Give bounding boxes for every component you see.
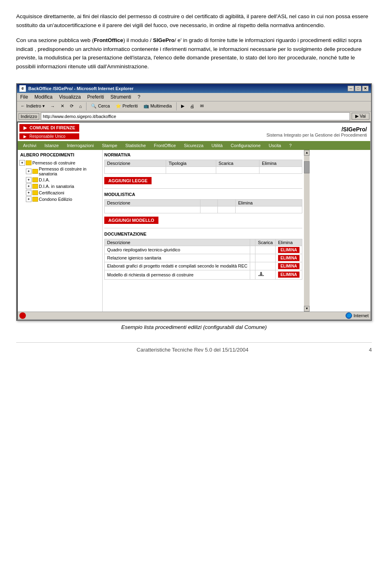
close-button[interactable]: ✕ <box>362 86 369 91</box>
mail-button[interactable]: ✉ <box>198 103 206 110</box>
sigepro-label: SIGePro <box>153 37 174 43</box>
menu-preferiti[interactable]: Preferiti <box>86 94 105 100</box>
tree-label-dia-sanatoria: D.I.A. in sanatoria <box>39 184 74 189</box>
back-button[interactable]: ← Indietro ▾ <box>19 103 47 110</box>
stop-button[interactable]: ✕ <box>59 103 66 110</box>
folder-icon-certificazioni <box>32 190 38 195</box>
tree-label-permesso: Permesso di costruire <box>32 160 75 165</box>
minimize-button[interactable]: ─ <box>348 86 354 91</box>
go-button[interactable]: ▶ Vai <box>352 113 369 120</box>
col-tipologia: Tipologia <box>166 160 216 166</box>
multimedia-button[interactable]: 📺 Multimedia <box>141 103 174 110</box>
print-button[interactable]: 🖨 <box>188 103 196 110</box>
page-number: 4 <box>369 347 372 353</box>
doc-row-2: Relazione igienico sanitaria ELIMINA <box>105 254 302 262</box>
menu-modifica[interactable]: Modifica <box>33 94 54 100</box>
tree-item-certificazioni[interactable]: + Certificazioni <box>26 190 101 196</box>
elimina-btn-3[interactable]: ELIMINA <box>278 263 299 269</box>
col-scarica-doc: Scarica <box>255 239 276 246</box>
forward-button[interactable]: → <box>48 103 57 110</box>
maximize-button[interactable]: □ <box>355 86 361 91</box>
tree-label-condono: Condono Edilizio <box>39 197 72 202</box>
scroll-up[interactable]: ▲ <box>304 150 310 156</box>
media-button[interactable]: ▶ <box>179 103 186 110</box>
arrow-icon-2: ▶ <box>23 134 27 139</box>
home-button[interactable]: ⌂ <box>77 103 84 110</box>
doc-elimina-2: ELIMINA <box>275 254 302 262</box>
col-elimina-mod: Elimina <box>236 199 302 206</box>
aggiungi-legge-button[interactable]: AGGIUNGI LEGGE <box>104 177 152 184</box>
expand-icon-dia[interactable]: + <box>26 177 32 183</box>
address-input[interactable] <box>41 112 350 120</box>
nav-help[interactable]: ? <box>285 142 295 149</box>
col-empty-mod1 <box>200 199 218 206</box>
elimina-btn-2[interactable]: ELIMINA <box>278 255 299 261</box>
divider-1 <box>104 188 302 189</box>
aggiungi-modello-button[interactable]: AGGIUNGI MODELLO <box>104 217 158 224</box>
expand-icon-permesso[interactable]: + <box>19 160 25 166</box>
doc-scarica-3 <box>255 262 276 270</box>
nav-menu: Archivi Istanze Interrogazioni Stampe St… <box>18 141 370 150</box>
nav-interrogazioni[interactable]: Interrogazioni <box>63 142 97 149</box>
nav-configurazione[interactable]: Configurazione <box>227 142 264 149</box>
menu-strumenti[interactable]: Strumenti <box>109 94 133 100</box>
documentazione-table: Descrizione Scarica Elimina Quadro riepi… <box>104 239 302 280</box>
sigepro-logo-text: /SIGePro/ <box>342 126 367 133</box>
doc-empty-4 <box>250 270 255 279</box>
doc-name-2: Relazione igienico sanitaria <box>105 254 250 262</box>
nav-stampe[interactable]: Stampe <box>98 142 121 149</box>
expand-icon-sanatoria[interactable]: + <box>26 169 32 174</box>
search-button[interactable]: 🔍 Cerca <box>89 103 112 110</box>
frontoffice-label: FrontOffice <box>94 37 123 43</box>
doc-name-3: Elaborati grafici di progetto redatti e … <box>105 262 250 270</box>
expand-icon-certificazioni[interactable]: + <box>26 190 32 196</box>
normativa-empty-row <box>105 166 302 173</box>
sigepro-logo: /SIGePro/ <box>342 126 367 133</box>
content-area: NORMATIVA Descrizione Tipologia Scarica … <box>103 150 304 312</box>
tree-label-sanatoria: Permesso di costruire in sanatoria <box>39 166 101 176</box>
menu-help[interactable]: ? <box>136 94 142 100</box>
browser-window: e BackOffice /SIGePro/ - Microsoft Inter… <box>16 83 372 321</box>
elimina-btn-1[interactable]: ELIMINA <box>278 247 299 253</box>
tree-item-dia[interactable]: + D.I.A. <box>26 177 101 183</box>
scroll-thumb[interactable] <box>304 161 310 173</box>
nav-frontoffice[interactable]: FrontOffice <box>150 142 179 149</box>
nav-archivi[interactable]: Archivi <box>19 142 40 149</box>
scroll-down[interactable]: ▼ <box>304 306 310 312</box>
col-scarica-norm: Scarica <box>216 160 259 166</box>
internet-globe-icon: 🌐 <box>346 312 352 319</box>
doc-name-1: Quadro riepilogativo tecnico-giuridico <box>105 246 250 254</box>
doc-name-4: Modello di richiesta di permesso di cost… <box>105 270 250 279</box>
menu-visualizza[interactable]: Visualizza <box>57 94 82 100</box>
modulistica-table: Descrizione Elimina <box>104 199 302 213</box>
divider-2 <box>104 228 302 228</box>
nav-sicurezza[interactable]: Sicurezza <box>180 142 207 149</box>
expand-icon-dia-sanatoria[interactable]: + <box>26 183 32 189</box>
sidebar: ALBERO PROCEDIMENTI + Permesso di costru… <box>18 150 103 312</box>
expand-icon-condono[interactable]: + <box>26 196 32 202</box>
col-elimina-doc: Elimina <box>275 239 302 246</box>
doc-scarica-4 <box>255 270 276 279</box>
browser-title-area: e BackOffice /SIGePro/ - Microsoft Inter… <box>19 85 133 92</box>
elimina-btn-4[interactable]: ELIMINA <box>278 272 299 278</box>
address-label: Indirizzo <box>19 113 39 120</box>
main-layout: ALBERO PROCEDIMENTI + Permesso di costru… <box>18 150 310 312</box>
browser-controls: ─ □ ✕ <box>348 86 369 91</box>
scrollbar[interactable]: ▲ ▼ <box>304 150 310 312</box>
outer-layout: ALBERO PROCEDIMENTI + Permesso di costru… <box>18 150 370 312</box>
normativa-table: Descrizione Tipologia Scarica Elimina <box>104 160 302 174</box>
col-descrizione-doc: Descrizione <box>105 239 250 246</box>
nav-istanze[interactable]: Istanze <box>41 142 62 149</box>
favorites-button[interactable]: ⭐ Preferiti <box>114 103 140 110</box>
nav-utilita[interactable]: Utilità <box>208 142 226 149</box>
tree-item-permesso[interactable]: + Permesso di costruire <box>19 160 101 166</box>
browser-menubar: File Modifica Visualizza Preferiti Strum… <box>17 93 371 101</box>
tree-item-sanatoria[interactable]: + Permesso di costruire in sanatoria <box>26 166 101 177</box>
nav-statistiche[interactable]: Statistiche <box>122 142 150 149</box>
tree-item-dia-sanatoria[interactable]: + D.I.A. in sanatoria <box>26 183 101 190</box>
nav-uscita[interactable]: Uscita <box>265 142 285 149</box>
tree-item-condono[interactable]: + Condono Edilizio <box>26 196 101 202</box>
menu-file[interactable]: File <box>19 94 30 100</box>
folder-icon-dia-sanatoria <box>32 184 38 189</box>
refresh-button[interactable]: ⟳ <box>68 103 76 110</box>
